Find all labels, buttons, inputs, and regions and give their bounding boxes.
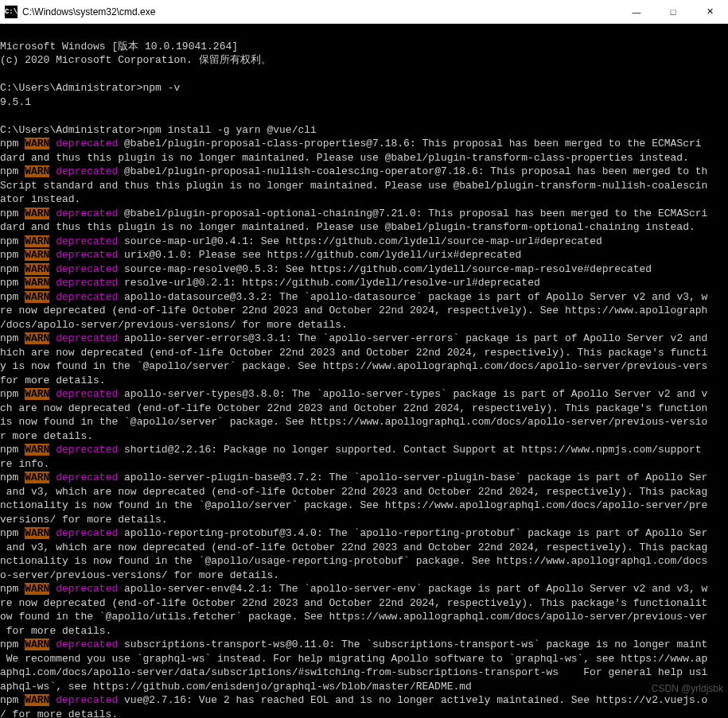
warn-cont: for more details. — [0, 625, 111, 637]
warn-line: npm WARN deprecated shortid@2.2.16: Pack… — [0, 444, 707, 456]
warn-cont: re info. — [0, 458, 49, 470]
header-line-2: (c) 2020 Microsoft Corporation. 保留所有权利。 — [0, 54, 271, 66]
warn-cont: re now deprecated (end-of-life October 2… — [0, 597, 707, 609]
warn-line: npm WARN deprecated apollo-server-plugin… — [0, 472, 707, 483]
blank — [0, 68, 6, 80]
warn-cont: o-server/previous-versions/ for more det… — [0, 569, 279, 581]
blank — [0, 110, 6, 122]
warn-line: npm WARN deprecated subscriptions-transp… — [0, 638, 707, 650]
warn-cont: and v3, which are now deprecated (end-of… — [0, 541, 707, 553]
warn-cont: versions/ for more details. — [0, 514, 168, 526]
warn-line: npm WARN deprecated urix@0.1.0: Please s… — [0, 249, 521, 261]
warn-line: npm WARN deprecated @babel/plugin-propos… — [0, 138, 702, 149]
warn-cont: Script standard and thus this plugin is … — [0, 180, 707, 192]
warn-cont: y is now found in the `@apollo/server` p… — [0, 360, 707, 372]
window-title: C:\Windows\system32\cmd.exe — [22, 6, 618, 17]
npm-version: 9.5.1 — [0, 96, 31, 108]
header-line-1: Microsoft Windows [版本 10.0.19041.264] — [0, 41, 238, 52]
warn-cont: /docs/apollo-server/previous-versions/ f… — [0, 319, 348, 331]
warn-cont: dard and thus this plugin is no longer m… — [0, 152, 689, 164]
warn-cont: dard and thus this plugin is no longer m… — [0, 221, 695, 233]
warn-cont: re now deprecated (end-of-life October 2… — [0, 305, 707, 316]
warn-cont: We recommend you use `graphql-ws` instea… — [0, 653, 707, 665]
watermark: CSDN @yrldjsbk — [652, 682, 723, 697]
warn-cont: ator instead. — [0, 193, 80, 205]
warn-line: npm WARN deprecated apollo-server-errors… — [0, 332, 707, 344]
warn-cont: ow found in the `@apollo/utils.fetcher` … — [0, 611, 707, 623]
warn-line: npm WARN deprecated @babel/plugin-propos… — [0, 165, 707, 177]
prompt-1: C:\Users\Administrator>npm -v — [0, 82, 180, 94]
minimize-button[interactable]: — — [618, 0, 655, 24]
warn-line: npm WARN deprecated resolve-url@0.2.1: h… — [0, 277, 540, 289]
warn-line: npm WARN deprecated apollo-reporting-pro… — [0, 527, 707, 539]
warn-cont: nctionality is now found in the `@apollo… — [0, 555, 707, 567]
maximize-button[interactable]: □ — [655, 0, 691, 24]
warn-cont: hich are now deprecated (end-of-life Oct… — [0, 347, 707, 359]
warn-line: npm WARN deprecated source-map-url@0.4.1… — [0, 235, 602, 247]
window-controls: — □ ✕ — [618, 0, 728, 24]
warn-line: npm WARN deprecated @babel/plugin-propos… — [0, 208, 707, 219]
warn-line: npm WARN deprecated source-map-resolve@0… — [0, 263, 652, 275]
title-bar: C:\ C:\Windows\system32\cmd.exe — □ ✕ — [0, 0, 728, 24]
warn-cont: / for more details. — [0, 708, 118, 719]
close-button[interactable]: ✕ — [691, 0, 728, 24]
warn-cont: is now found in the `@apollo/server` pac… — [0, 416, 707, 428]
warn-line: npm WARN deprecated vue@2.7.16: Vue 2 ha… — [0, 694, 707, 706]
warn-cont: nctionality is now found in the `@apollo… — [0, 499, 707, 511]
prompt-2: C:\Users\Administrator>npm install -g ya… — [0, 124, 317, 136]
warn-cont: ch are now deprecated (end-of-life Octob… — [0, 402, 707, 414]
warn-cont: for more details. — [0, 375, 106, 386]
warn-cont: and v3, which are now deprecated (end-of… — [0, 486, 707, 498]
warn-cont: r more details. — [0, 430, 93, 442]
warn-cont: aphql-ws`, see https://github.com/enisde… — [0, 681, 472, 693]
cmd-icon: C:\ — [5, 6, 18, 18]
warn-line: npm WARN deprecated apollo-server-env@4.… — [0, 583, 707, 595]
warn-cont: aphql.com/docs/apollo-server/data/subscr… — [0, 666, 707, 678]
warn-line: npm WARN deprecated apollo-datasource@3.… — [0, 291, 707, 303]
terminal-output[interactable]: Microsoft Windows [版本 10.0.19041.264] (c… — [0, 24, 728, 718]
warn-line: npm WARN deprecated apollo-server-types@… — [0, 388, 707, 400]
